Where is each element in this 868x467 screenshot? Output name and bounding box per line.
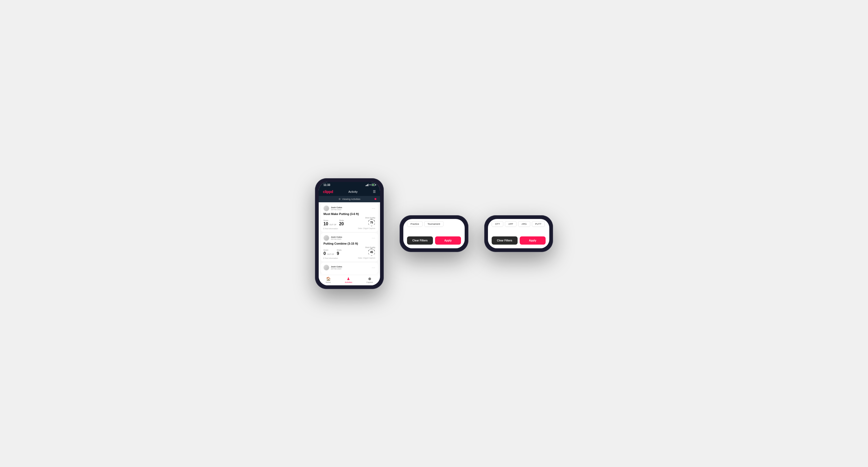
card-title-2: Putting Combine (3-15 ft) [323,242,375,245]
apply-btn-3[interactable]: Apply [520,237,546,245]
out-of-1: OUT OF [330,224,336,225]
user-date-3: 28 Feb 2023 [331,268,342,270]
tournament-pill-2[interactable]: Tournament [424,221,444,227]
phone-1: 11:33 ▾ clippd Activity ☰ [315,178,384,289]
filter-actions-2: Clear Filters Apply [403,234,465,248]
viewing-text-1: Viewing Activities [342,198,361,200]
clear-filters-btn-2[interactable]: Clear Filters [407,237,433,245]
menu-icon-1[interactable]: ☰ [373,190,376,193]
filter-modal-2: Filter ✕ Show Rounds Practice Drills Rou… [403,219,465,248]
nav-capture-1[interactable]: ⊕ Capture [366,277,373,283]
quality-group-1: Shot Quality 75 [346,217,375,226]
score-group-2: Score 0 OUT OF [323,249,335,256]
signal-icon-1 [366,184,368,186]
nav-home-1[interactable]: 🏠 Home [326,277,331,283]
avatar-2 [323,235,329,241]
ott-pill-3[interactable]: OTT [492,221,503,227]
capture-icon-1: ⊕ [368,277,371,281]
nav-title-1: Activity [348,190,358,193]
phone-2-screen: 11:33 ▾ clippd Activity ☰ [403,219,465,248]
activities-icon-1: ♟ [347,277,350,281]
card-footer-1: ℹ Test Information Data: Clippd Capture [323,227,375,230]
activity-card-3: Josh Coles 28 Feb 2023 ··· [321,262,378,274]
phone-2: 11:33 ▾ clippd Activity ☰ [400,215,468,252]
time-1: 11:33 [323,184,330,186]
putt-pill-3[interactable]: PUTT [532,221,545,227]
card-header-3: Josh Coles 28 Feb 2023 ··· [323,265,375,271]
clear-filters-btn-3[interactable]: Clear Filters [492,237,518,245]
card-menu-1[interactable]: ··· [372,207,375,210]
battery-icon-1 [372,184,375,186]
score-value-1: 10 [323,222,328,226]
card-stats-1: Score 10 OUT OF Shots 20 Shot Quality [323,217,375,226]
score-group-1: Score 10 OUT OF [323,219,337,226]
filter-actions-3: Clear Filters Apply [488,234,549,248]
user-name-3: Josh Coles [331,266,342,268]
drills-section-label-3: Practice Drills [492,219,546,219]
info-2: ℹ Test Information [323,257,338,259]
activities-label-1: Activities [345,281,352,283]
card-menu-2[interactable]: ··· [372,236,375,240]
dynamic-island-1 [341,184,357,188]
shots-label-1: Shots [339,219,344,221]
quality-badge-1: 75 [368,219,375,226]
scene: 11:33 ▾ clippd Activity ☰ [299,162,569,305]
card-stats-2: Score 0 OUT OF Shots 9 Shot Quality [323,246,375,256]
info-1: ℹ Test Information [323,227,338,230]
card-title-1: Must Make Putting (3-6 ft) [323,212,375,216]
status-icons-1: ▾ [366,184,375,186]
capture-label-1: Capture [366,281,373,283]
user-name-1: Josh Coles [331,206,342,209]
rounds-section-label-2: Rounds [407,219,461,219]
card-header-2: Josh Coles 28 Feb 2023 ··· [323,235,375,241]
user-name-2: Josh Coles [331,236,342,238]
quality-label-1: Shot Quality [365,217,375,219]
shots-value-1: 20 [339,222,344,226]
out-of-2: OUT OF [327,253,334,255]
phone-1-screen: 11:33 ▾ clippd Activity ☰ [319,182,380,285]
card-menu-3[interactable]: ··· [372,266,375,270]
app-pill-3[interactable]: APP [505,221,517,227]
card-header-1: Josh Coles 28 Feb 2023 ··· [323,206,375,211]
avatar-1 [323,206,329,211]
home-icon-1: 🏠 [326,277,331,281]
score-label-2: Score [323,249,335,251]
filter-modal-3: Filter ✕ Show Rounds Practice Drills Pra… [488,219,549,248]
nav-activities-1[interactable]: ♟ Activities [345,277,352,283]
user-info-1: Josh Coles 28 Feb 2023 [331,206,342,211]
card-user-1: Josh Coles 28 Feb 2023 [323,206,342,211]
rounds-pills-2: Practice Tournament [407,221,461,227]
avatar-3 [323,265,329,271]
red-dot-1 [374,198,376,200]
shots-group-2: Shots 9 [337,249,341,256]
filter-icon-1: ⚙ [339,198,341,200]
activity-card-2: Josh Coles 28 Feb 2023 ··· Putting Combi… [321,233,378,261]
viewing-bar-1[interactable]: ⚙ Viewing Activities [319,196,380,202]
shots-group-1: Shots 20 [339,219,344,226]
card-user-2: Josh Coles 28 Feb 2023 [323,235,342,241]
user-info-3: Josh Coles 28 Feb 2023 [331,266,342,270]
bottom-nav-1: 🏠 Home ♟ Activities ⊕ Capture [319,275,380,285]
quality-badge-2: 45 [368,249,375,256]
drills-pills-3: OTT APP ARG PUTT [492,221,546,227]
quality-group-2: Shot Quality 45 [344,246,375,256]
phone-3: 11:33 ▾ clippd Activity ☰ [484,215,553,252]
home-label-1: Home [326,281,331,283]
shots-label-2: Shots [337,249,341,251]
apply-btn-2[interactable]: Apply [435,237,461,245]
logo-1: clippd [323,190,333,194]
score-label-1: Score [323,219,337,221]
arg-pill-3[interactable]: ARG [518,221,530,227]
shots-value-2: 9 [337,251,339,256]
practice-pill-2[interactable]: Practice [407,221,423,227]
user-date-2: 28 Feb 2023 [331,238,342,240]
card-user-3: Josh Coles 28 Feb 2023 [323,265,342,271]
activity-card-1: Josh Coles 28 Feb 2023 ··· Must Make Put… [321,204,378,232]
phone-3-screen: 11:33 ▾ clippd Activity ☰ [488,219,549,248]
app-navbar-1: clippd Activity ☰ [319,187,380,196]
wifi-icon-1: ▾ [369,184,371,186]
score-value-2: 0 [323,251,326,256]
user-info-2: Josh Coles 28 Feb 2023 [331,236,342,240]
activity-list-1: Josh Coles 28 Feb 2023 ··· Must Make Put… [319,204,380,274]
card-footer-2: ℹ Test Information Data: Clippd Capture [323,257,375,259]
